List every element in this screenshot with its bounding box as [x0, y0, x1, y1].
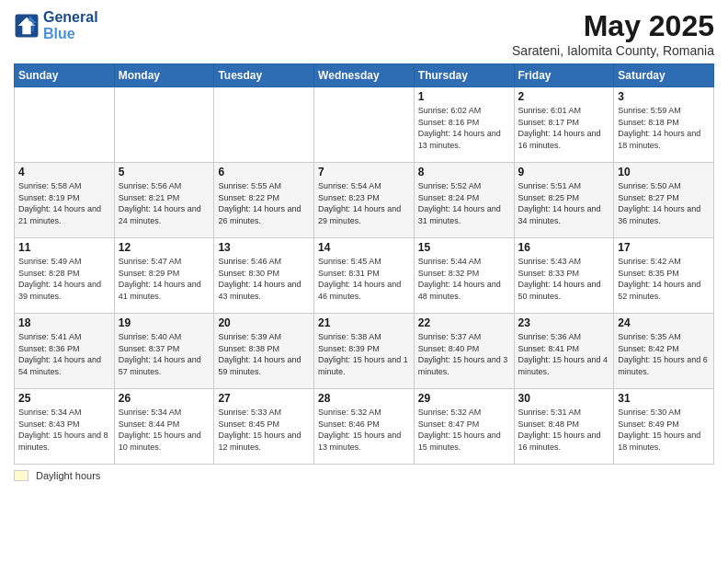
- day-number: 22: [418, 316, 510, 329]
- day-info: Sunrise: 5:35 AM Sunset: 8:42 PM Dayligh…: [618, 331, 710, 377]
- calendar-cell: 13Sunrise: 5:46 AM Sunset: 8:30 PM Dayli…: [214, 238, 314, 314]
- calendar-cell: 24Sunrise: 5:35 AM Sunset: 8:42 PM Dayli…: [614, 314, 714, 389]
- day-info: Sunrise: 5:34 AM Sunset: 8:43 PM Dayligh…: [18, 407, 110, 453]
- daylight-label: Daylight hours: [36, 470, 100, 481]
- calendar-header-monday: Monday: [114, 64, 214, 87]
- calendar-table: SundayMondayTuesdayWednesdayThursdayFrid…: [14, 63, 714, 465]
- day-info: Sunrise: 5:41 AM Sunset: 8:36 PM Dayligh…: [18, 331, 110, 377]
- day-info: Sunrise: 5:49 AM Sunset: 8:28 PM Dayligh…: [18, 256, 110, 302]
- page: General Blue May 2025 Sarateni, Ialomita…: [0, 0, 728, 563]
- day-info: Sunrise: 5:44 AM Sunset: 8:32 PM Dayligh…: [418, 256, 510, 302]
- day-info: Sunrise: 5:46 AM Sunset: 8:30 PM Dayligh…: [218, 256, 310, 302]
- day-info: Sunrise: 5:30 AM Sunset: 8:49 PM Dayligh…: [618, 407, 710, 453]
- day-number: 30: [518, 392, 610, 405]
- calendar-cell: 19Sunrise: 5:40 AM Sunset: 8:37 PM Dayli…: [114, 314, 214, 389]
- calendar-cell: 22Sunrise: 5:37 AM Sunset: 8:40 PM Dayli…: [414, 314, 514, 389]
- calendar-header-saturday: Saturday: [614, 64, 714, 87]
- logo-icon: [14, 13, 40, 39]
- day-number: 21: [318, 316, 410, 329]
- day-number: 13: [218, 241, 310, 254]
- header: General Blue May 2025 Sarateni, Ialomita…: [14, 9, 714, 58]
- day-info: Sunrise: 6:01 AM Sunset: 8:17 PM Dayligh…: [518, 105, 610, 151]
- logo: General Blue: [14, 9, 98, 41]
- calendar-header-thursday: Thursday: [414, 64, 514, 87]
- day-number: 20: [218, 316, 310, 329]
- calendar-header-row: SundayMondayTuesdayWednesdayThursdayFrid…: [15, 64, 714, 87]
- day-number: 27: [218, 392, 310, 405]
- day-info: Sunrise: 5:45 AM Sunset: 8:31 PM Dayligh…: [318, 256, 410, 302]
- calendar-cell: 20Sunrise: 5:39 AM Sunset: 8:38 PM Dayli…: [214, 314, 314, 389]
- day-info: Sunrise: 5:33 AM Sunset: 8:45 PM Dayligh…: [218, 407, 310, 453]
- day-number: 10: [618, 166, 710, 178]
- calendar-cell: 29Sunrise: 5:32 AM Sunset: 8:47 PM Dayli…: [414, 389, 514, 465]
- calendar-week-0: 1Sunrise: 6:02 AM Sunset: 8:16 PM Daylig…: [15, 87, 714, 163]
- calendar-cell: 28Sunrise: 5:32 AM Sunset: 8:46 PM Dayli…: [314, 389, 415, 465]
- day-number: 28: [318, 392, 410, 405]
- footer: Daylight hours: [14, 470, 714, 481]
- calendar-week-4: 25Sunrise: 5:34 AM Sunset: 8:43 PM Dayli…: [15, 389, 714, 465]
- calendar-cell: 12Sunrise: 5:47 AM Sunset: 8:29 PM Dayli…: [114, 238, 214, 314]
- day-number: 23: [518, 316, 610, 329]
- daylight-box: [14, 470, 28, 481]
- calendar-week-2: 11Sunrise: 5:49 AM Sunset: 8:28 PM Dayli…: [15, 238, 714, 314]
- calendar-cell: [214, 87, 314, 163]
- day-number: 19: [119, 316, 210, 329]
- day-number: 3: [618, 90, 710, 103]
- calendar-cell: 30Sunrise: 5:31 AM Sunset: 8:48 PM Dayli…: [514, 389, 614, 465]
- calendar-cell: 10Sunrise: 5:50 AM Sunset: 8:27 PM Dayli…: [614, 163, 714, 238]
- day-info: Sunrise: 5:58 AM Sunset: 8:19 PM Dayligh…: [18, 180, 110, 226]
- day-number: 6: [218, 166, 310, 178]
- day-number: 18: [18, 316, 110, 329]
- day-info: Sunrise: 5:37 AM Sunset: 8:40 PM Dayligh…: [418, 331, 510, 377]
- day-info: Sunrise: 5:56 AM Sunset: 8:21 PM Dayligh…: [119, 180, 210, 226]
- calendar-cell: 14Sunrise: 5:45 AM Sunset: 8:31 PM Dayli…: [314, 238, 415, 314]
- calendar-cell: [15, 87, 115, 163]
- calendar-cell: 16Sunrise: 5:43 AM Sunset: 8:33 PM Dayli…: [514, 238, 614, 314]
- day-number: 16: [518, 241, 610, 254]
- subtitle: Sarateni, Ialomita County, Romania: [512, 43, 714, 58]
- calendar-week-3: 18Sunrise: 5:41 AM Sunset: 8:36 PM Dayli…: [15, 314, 714, 389]
- day-info: Sunrise: 5:51 AM Sunset: 8:25 PM Dayligh…: [518, 180, 610, 226]
- calendar-cell: 1Sunrise: 6:02 AM Sunset: 8:16 PM Daylig…: [414, 87, 514, 163]
- day-info: Sunrise: 5:40 AM Sunset: 8:37 PM Dayligh…: [119, 331, 210, 377]
- day-number: 24: [618, 316, 710, 329]
- day-number: 5: [119, 166, 210, 178]
- day-number: 14: [318, 241, 410, 254]
- day-info: Sunrise: 6:02 AM Sunset: 8:16 PM Dayligh…: [418, 105, 510, 151]
- calendar-week-1: 4Sunrise: 5:58 AM Sunset: 8:19 PM Daylig…: [15, 163, 714, 238]
- calendar-header-friday: Friday: [514, 64, 614, 87]
- calendar-header-sunday: Sunday: [15, 64, 115, 87]
- day-number: 7: [318, 166, 410, 178]
- calendar-cell: 5Sunrise: 5:56 AM Sunset: 8:21 PM Daylig…: [114, 163, 214, 238]
- calendar-cell: 11Sunrise: 5:49 AM Sunset: 8:28 PM Dayli…: [15, 238, 115, 314]
- day-info: Sunrise: 5:59 AM Sunset: 8:18 PM Dayligh…: [618, 105, 710, 151]
- calendar-cell: 31Sunrise: 5:30 AM Sunset: 8:49 PM Dayli…: [614, 389, 714, 465]
- day-number: 15: [418, 241, 510, 254]
- calendar-cell: 25Sunrise: 5:34 AM Sunset: 8:43 PM Dayli…: [15, 389, 115, 465]
- day-number: 26: [119, 392, 210, 405]
- calendar-cell: 9Sunrise: 5:51 AM Sunset: 8:25 PM Daylig…: [514, 163, 614, 238]
- calendar-cell: 4Sunrise: 5:58 AM Sunset: 8:19 PM Daylig…: [15, 163, 115, 238]
- day-number: 8: [418, 166, 510, 178]
- day-number: 31: [618, 392, 710, 405]
- title-block: May 2025 Sarateni, Ialomita County, Roma…: [512, 9, 714, 58]
- day-info: Sunrise: 5:54 AM Sunset: 8:23 PM Dayligh…: [318, 180, 410, 226]
- day-info: Sunrise: 5:34 AM Sunset: 8:44 PM Dayligh…: [119, 407, 210, 453]
- day-info: Sunrise: 5:42 AM Sunset: 8:35 PM Dayligh…: [618, 256, 710, 302]
- day-info: Sunrise: 5:39 AM Sunset: 8:38 PM Dayligh…: [218, 331, 310, 377]
- day-number: 2: [518, 90, 610, 103]
- calendar-cell: 15Sunrise: 5:44 AM Sunset: 8:32 PM Dayli…: [414, 238, 514, 314]
- calendar-cell: [314, 87, 415, 163]
- day-info: Sunrise: 5:50 AM Sunset: 8:27 PM Dayligh…: [618, 180, 710, 226]
- calendar-cell: 23Sunrise: 5:36 AM Sunset: 8:41 PM Dayli…: [514, 314, 614, 389]
- day-info: Sunrise: 5:55 AM Sunset: 8:22 PM Dayligh…: [218, 180, 310, 226]
- day-info: Sunrise: 5:36 AM Sunset: 8:41 PM Dayligh…: [518, 331, 610, 377]
- day-info: Sunrise: 5:52 AM Sunset: 8:24 PM Dayligh…: [418, 180, 510, 226]
- calendar-cell: 26Sunrise: 5:34 AM Sunset: 8:44 PM Dayli…: [114, 389, 214, 465]
- day-number: 11: [18, 241, 110, 254]
- day-info: Sunrise: 5:32 AM Sunset: 8:47 PM Dayligh…: [418, 407, 510, 453]
- day-info: Sunrise: 5:31 AM Sunset: 8:48 PM Dayligh…: [518, 407, 610, 453]
- calendar-cell: 3Sunrise: 5:59 AM Sunset: 8:18 PM Daylig…: [614, 87, 714, 163]
- day-number: 17: [618, 241, 710, 254]
- day-info: Sunrise: 5:32 AM Sunset: 8:46 PM Dayligh…: [318, 407, 410, 453]
